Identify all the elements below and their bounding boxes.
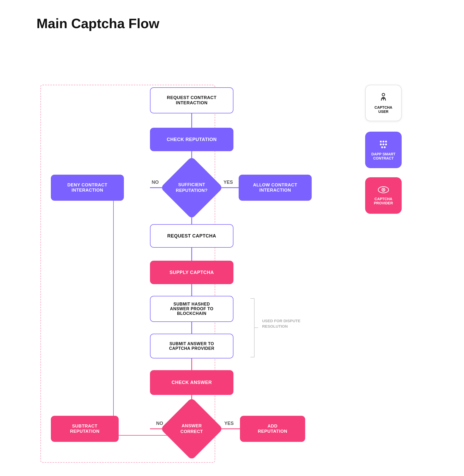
submit-hashed-node: SUBMIT HASHED ANSWER PROOF TO BLOCKCHAIN xyxy=(150,296,233,322)
check-reputation-node: CHECK REPUTATION xyxy=(150,128,233,151)
subtract-reputation-node: SUBTRACT REPUTATION xyxy=(51,416,119,442)
legend-captcha-provider: CAPTCHA PROVIDER xyxy=(365,177,402,214)
svg-point-26 xyxy=(383,141,384,143)
svg-text:YES: YES xyxy=(224,180,233,185)
svg-point-22 xyxy=(382,93,385,96)
svg-point-35 xyxy=(383,189,384,190)
svg-point-28 xyxy=(380,144,382,145)
allow-contract-node: ALLOW CONTRACT INTERACTION xyxy=(239,175,312,201)
request-contract-node: REQUEST CONTRACT INTERACTION xyxy=(150,87,233,113)
captcha-user-icon xyxy=(379,93,388,103)
legend-dapp-smart-contract: DAPP SMART CONTRACT xyxy=(365,132,402,168)
dispute-note: USED FOR DISPUTE RESOLUTION xyxy=(262,318,300,329)
svg-point-32 xyxy=(384,147,386,148)
svg-point-27 xyxy=(385,141,387,143)
legend-captcha-user: CAPTCHA USER xyxy=(365,85,402,121)
dapp-icon xyxy=(378,139,389,150)
check-answer-node: CHECK ANSWER xyxy=(150,370,233,395)
add-reputation-node: ADD REPUTATION xyxy=(240,416,305,442)
deny-contract-node: DENY CONTRACT INTERACTION xyxy=(51,175,124,201)
svg-point-25 xyxy=(380,141,382,143)
svg-text:YES: YES xyxy=(224,421,234,426)
sufficient-reputation-diamond: SUFFICIENT REPUTATION? xyxy=(170,163,214,212)
request-captcha-node: REQUEST CAPTCHA xyxy=(150,224,233,248)
supply-captcha-node: SUPPLY CAPTCHA xyxy=(150,261,233,284)
svg-point-29 xyxy=(383,144,384,145)
page-title: Main Captcha Flow xyxy=(0,0,464,42)
submit-answer-node: SUBMIT ANSWER TO CAPTCHA PROVIDER xyxy=(150,334,233,358)
svg-point-30 xyxy=(385,144,387,145)
svg-point-31 xyxy=(381,147,383,148)
answer-correct-diamond: ANSWER CORRECT xyxy=(170,404,214,454)
provider-icon xyxy=(378,186,389,195)
